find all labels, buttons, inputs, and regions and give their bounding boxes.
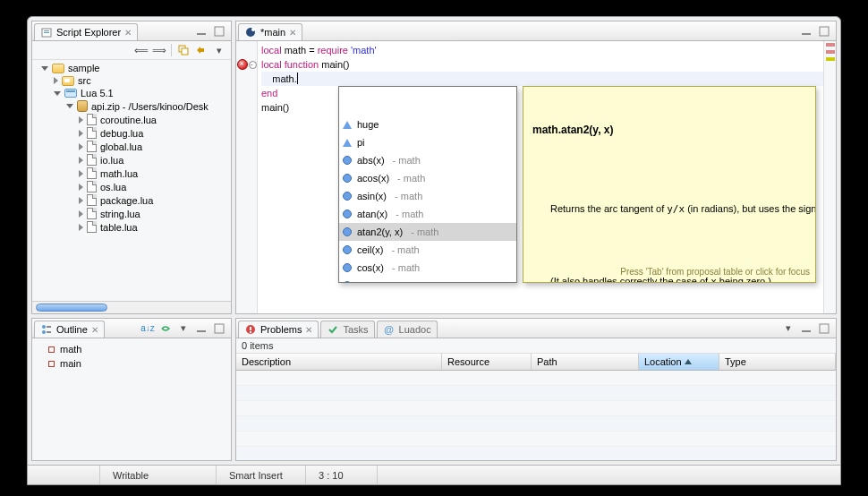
overview-ruler[interactable]	[823, 41, 836, 313]
tab-label: Tasks	[343, 324, 368, 335]
svg-point-8	[251, 28, 255, 31]
editor-pane: *main ✕ local math = require 'math' loca…	[235, 21, 837, 314]
close-icon[interactable]: ✕	[289, 28, 296, 38]
editor-body[interactable]: local math = require 'math' local functi…	[236, 41, 836, 313]
svg-rect-14	[47, 331, 51, 333]
tree-jar[interactable]: api.zip - /Users/kinoo/Desk	[32, 99, 231, 113]
col-resource[interactable]: Resource	[442, 354, 532, 370]
tree-file[interactable]: string.lua	[32, 207, 231, 220]
problems-count: 0 items	[236, 338, 836, 354]
autocomplete-item[interactable]: abs(x) - math	[339, 151, 516, 169]
function-icon	[343, 263, 352, 272]
ruler-error-mark[interactable]	[826, 50, 835, 54]
problems-table[interactable]: Description Resource Path Location Type	[236, 354, 836, 460]
explorer-hscroll[interactable]	[32, 301, 231, 313]
autocomplete-item[interactable]: acos(x) - math	[339, 169, 516, 187]
autocomplete-item[interactable]: pi	[339, 133, 516, 151]
close-icon[interactable]: ✕	[305, 325, 312, 335]
autocomplete-item[interactable]: asin(x) - math	[339, 187, 516, 205]
tab-tasks[interactable]: Tasks	[320, 321, 374, 338]
explorer-tree[interactable]: sample src Lua 5.1 api.zip - /Users/kino…	[32, 60, 231, 301]
autocomplete-item[interactable]: ceil(x) - math	[339, 241, 516, 259]
view-menu-icon[interactable]: ▾	[213, 44, 226, 56]
explorer-tab[interactable]: Script Explorer ✕	[34, 23, 138, 40]
autocomplete-item[interactable]: cosh(x) - math	[339, 277, 516, 283]
luadoc-icon: @	[383, 323, 396, 336]
autocomplete-item[interactable]: atan2(y, x) - math	[339, 223, 516, 241]
maximize-icon[interactable]	[213, 25, 226, 38]
outline-tab[interactable]: Outline ✕	[34, 321, 105, 338]
maximize-icon[interactable]	[818, 322, 830, 335]
svg-point-11	[42, 325, 46, 329]
outline-symbol-icon	[48, 361, 55, 367]
tree-file[interactable]: os.lua	[32, 180, 231, 193]
tree-file[interactable]: coroutine.lua	[32, 113, 231, 126]
status-insert: Smart Insert	[216, 466, 305, 484]
col-type[interactable]: Type	[719, 354, 836, 370]
outline-pane: Outline ✕ a↓z ▾ mathmain	[31, 318, 232, 461]
tree-file[interactable]: package.lua	[32, 193, 231, 207]
svg-rect-15	[197, 330, 206, 332]
constant-icon	[343, 121, 352, 129]
explorer-tab-label: Script Explorer	[56, 27, 121, 38]
view-menu-icon[interactable]: ▾	[177, 322, 190, 335]
close-icon[interactable]: ✕	[91, 325, 98, 335]
autocomplete-list[interactable]: hugepiabs(x) - mathacos(x) - mathasin(x)…	[339, 115, 516, 283]
editor-gutter[interactable]	[236, 41, 258, 313]
tab-problems[interactable]: Problems ✕	[238, 321, 319, 338]
col-description[interactable]: Description	[236, 354, 442, 370]
link-editor-icon[interactable]	[195, 44, 208, 56]
script-explorer-icon	[40, 26, 53, 38]
minimize-icon[interactable]	[800, 322, 813, 335]
problems-pane: Problems ✕ Tasks @ Luadoc ▾ 0 items Desc…	[235, 318, 837, 461]
error-marker-icon[interactable]	[237, 59, 248, 70]
forward-icon[interactable]: ⟹	[153, 44, 166, 56]
status-writable: Writable	[99, 466, 216, 484]
maximize-icon[interactable]	[213, 322, 226, 335]
file-icon	[87, 221, 97, 233]
back-icon[interactable]: ⟸	[135, 44, 148, 56]
tree-project[interactable]: sample	[32, 62, 231, 74]
lua-file-icon	[244, 26, 257, 38]
ruler-warn-mark[interactable]	[826, 57, 835, 61]
minimize-icon[interactable]	[800, 25, 813, 38]
tree-file[interactable]: math.lua	[32, 167, 231, 180]
autocomplete-item[interactable]: cos(x) - math	[339, 259, 516, 277]
tree-file[interactable]: io.lua	[32, 153, 231, 167]
autocomplete-popup[interactable]: hugepiabs(x) - mathacos(x) - mathasin(x)…	[338, 86, 517, 283]
svg-rect-2	[44, 32, 49, 33]
filter-icon[interactable]	[159, 322, 172, 335]
problems-header[interactable]: Description Resource Path Location Type	[236, 354, 836, 371]
sort-icon[interactable]: a↓z	[141, 322, 154, 335]
col-location[interactable]: Location	[639, 354, 719, 370]
outline-list[interactable]: mathmain	[32, 338, 231, 460]
doc-footer-hint: Press 'Tab' from proposal table or click…	[620, 265, 810, 279]
tab-luadoc[interactable]: @ Luadoc	[377, 321, 438, 338]
collapse-all-icon[interactable]	[177, 44, 190, 56]
editor-tabstrip: *main ✕	[236, 21, 836, 41]
code-area[interactable]: local math = require 'math' local functi…	[258, 41, 823, 313]
autocomplete-item[interactable]: atan(x) - math	[339, 205, 516, 223]
outline-item[interactable]: main	[38, 356, 226, 371]
function-icon	[343, 227, 352, 236]
doc-popup[interactable]: math.atan2(y, x) Returns the arc tangent…	[523, 86, 816, 283]
col-path[interactable]: Path	[532, 354, 639, 370]
minimize-icon[interactable]	[195, 25, 208, 38]
svg-rect-20	[802, 330, 811, 332]
fold-icon[interactable]	[249, 61, 257, 69]
tree-file[interactable]: global.lua	[32, 140, 231, 153]
svg-rect-16	[215, 324, 224, 333]
tree-file[interactable]: debug.lua	[32, 126, 231, 140]
maximize-icon[interactable]	[818, 25, 830, 38]
view-menu-icon[interactable]: ▾	[782, 322, 795, 335]
sort-asc-icon	[685, 359, 692, 364]
ruler-error-mark[interactable]	[826, 43, 835, 47]
minimize-icon[interactable]	[195, 322, 208, 335]
tree-file[interactable]: table.lua	[32, 220, 231, 234]
tree-src[interactable]: src	[32, 74, 231, 87]
outline-item[interactable]: math	[38, 342, 226, 356]
autocomplete-item[interactable]: huge	[339, 115, 516, 133]
close-icon[interactable]: ✕	[124, 28, 132, 38]
tree-lib[interactable]: Lua 5.1	[32, 87, 231, 99]
editor-tab-main[interactable]: *main ✕	[238, 23, 302, 40]
